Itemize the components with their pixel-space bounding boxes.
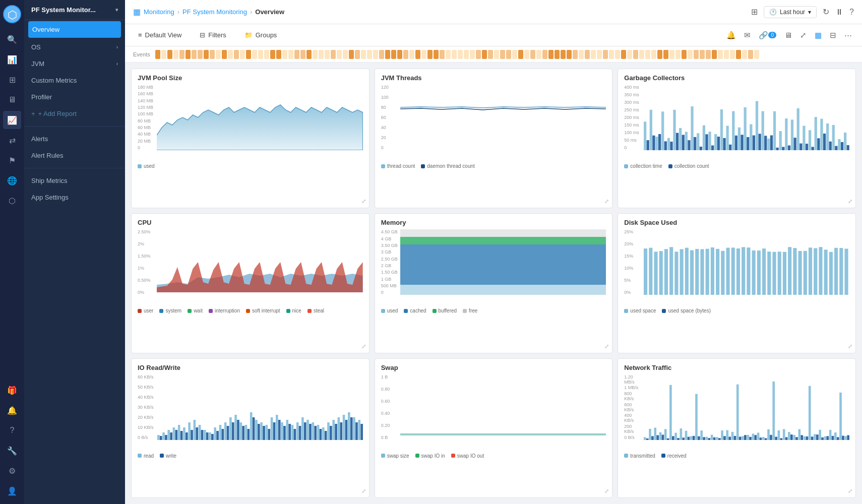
sidebar-item-label: App Settings xyxy=(31,194,69,201)
bell-icon[interactable]: 🔔 xyxy=(3,401,21,419)
sidebar-item-jvm[interactable]: JVM › xyxy=(24,55,125,72)
legend-color xyxy=(463,309,467,313)
sidebar-item-alert-rules[interactable]: Alert Rules xyxy=(24,147,125,164)
user-icon[interactable]: 👤 xyxy=(3,482,21,500)
columns-icon[interactable]: ⊟ xyxy=(828,29,838,42)
svg-rect-263 xyxy=(811,436,814,440)
question-icon[interactable]: ? xyxy=(3,421,21,439)
more-icon[interactable]: ⋯ xyxy=(842,29,854,42)
legend-color xyxy=(404,309,408,313)
search-icon[interactable]: 🔍 xyxy=(3,30,21,48)
default-view-button[interactable]: ≡ Default View xyxy=(133,28,187,42)
expand-icon[interactable]: ⤢ xyxy=(361,198,366,205)
expand-icon[interactable]: ⤢ xyxy=(848,343,852,350)
chart-inner xyxy=(643,229,849,295)
sidebar-item-ship-metrics[interactable]: Ship Metrics xyxy=(24,172,125,189)
expand-icon[interactable]: ⤢ xyxy=(361,488,366,494)
svg-rect-177 xyxy=(314,426,317,440)
legend-color xyxy=(661,454,665,458)
svg-rect-51 xyxy=(788,146,790,150)
filters-button[interactable]: ⊟ Filters xyxy=(195,28,231,42)
activity-icon[interactable]: 📊 xyxy=(3,50,21,69)
app-logo[interactable]: ⬡ xyxy=(3,5,21,23)
help-icon[interactable]: ? xyxy=(849,8,854,17)
legend-soft-interrupt: soft interrupt xyxy=(246,308,280,313)
toolbar-right: 🔔 ✉ 🔗0 🖥 ⤢ ▦ ⊟ ⋯ xyxy=(724,29,854,42)
flag-icon[interactable]: ⚑ xyxy=(3,151,21,169)
svg-rect-272 xyxy=(834,432,837,440)
sidebar-item-alerts[interactable]: Alerts xyxy=(24,131,125,147)
link-icon[interactable]: 🔗0 xyxy=(757,29,778,42)
grid-icon[interactable]: ⊞ xyxy=(751,7,758,17)
svg-rect-217 xyxy=(693,436,695,440)
sidebar-item-custom-metrics[interactable]: Custom Metrics xyxy=(24,72,125,89)
svg-rect-94 xyxy=(736,248,740,295)
svg-rect-78 xyxy=(654,252,658,295)
legend-collection-time: collection time xyxy=(624,163,662,169)
grid-view-icon[interactable]: ▦ xyxy=(813,29,824,42)
gift-icon[interactable]: 🎁 xyxy=(3,381,21,399)
groups-button[interactable]: 📁 Groups xyxy=(239,28,282,42)
mail-icon[interactable]: ✉ xyxy=(742,29,753,42)
flow-icon[interactable]: ⇄ xyxy=(3,131,21,149)
svg-rect-123 xyxy=(175,430,178,440)
time-selector[interactable]: 🕐 Last hour ▾ xyxy=(764,6,817,18)
svg-rect-48 xyxy=(779,131,782,150)
expand-icon[interactable]: ⤢ xyxy=(361,343,366,350)
refresh-icon[interactable]: ↻ xyxy=(823,7,829,17)
svg-rect-235 xyxy=(739,436,742,440)
legend-label: read xyxy=(144,453,154,459)
svg-rect-152 xyxy=(250,412,253,440)
sidebar-item-app-settings[interactable]: App Settings xyxy=(24,189,125,206)
monitor-icon[interactable]: 🖥 xyxy=(3,91,21,109)
sidebar-item-overview[interactable]: Overview xyxy=(28,21,121,38)
add-report-button[interactable]: + + Add Report xyxy=(24,105,125,122)
bell-icon[interactable]: 🔔 xyxy=(724,29,738,42)
svg-rect-210 xyxy=(675,432,678,439)
legend-label: collection time xyxy=(630,163,662,169)
settings-icon[interactable]: ⚙ xyxy=(3,462,21,480)
svg-rect-28 xyxy=(720,109,723,150)
expand-icon[interactable]: ⤢ xyxy=(604,198,609,205)
chart-legend: swap size swap IO in swap IO out xyxy=(381,453,606,459)
svg-rect-240 xyxy=(752,433,755,440)
svg-rect-79 xyxy=(659,251,663,295)
chevron-down-icon[interactable]: ▾ xyxy=(115,7,118,13)
svg-rect-47 xyxy=(776,148,779,150)
svg-rect-234 xyxy=(736,384,739,439)
svg-rect-190 xyxy=(348,412,350,440)
expand-icon[interactable]: ⤢ xyxy=(604,343,609,350)
svg-rect-182 xyxy=(327,422,330,440)
svg-rect-116 xyxy=(157,435,160,440)
expand-icon[interactable]: ⤢ xyxy=(798,29,809,42)
layers-icon[interactable]: ⊞ xyxy=(3,71,21,89)
sidebar-item-label: Overview xyxy=(32,26,59,33)
sidebar-item-label: Alerts xyxy=(31,135,48,143)
legend-label: used space xyxy=(630,308,656,313)
nav-header: PF System Monitor... ▾ xyxy=(24,0,125,20)
expand-icon[interactable]: ⤢ xyxy=(848,198,852,205)
chart-icon[interactable]: 📈 xyxy=(3,111,21,129)
chart-legend: transmitted received xyxy=(624,453,849,459)
sidebar-item-profiler[interactable]: Profiler xyxy=(24,89,125,105)
puzzle-icon[interactable]: ⬡ xyxy=(3,192,21,210)
legend-swap-io-out: swap IO out xyxy=(451,453,484,459)
tools-icon[interactable]: 🔧 xyxy=(3,442,21,460)
breadcrumb-monitoring[interactable]: Monitoring xyxy=(144,8,174,16)
svg-rect-131 xyxy=(196,427,198,440)
chart-io-read-write: IO Read/Write 60 KB/s50 KB/s40 KB/s30 KB… xyxy=(131,358,370,498)
svg-rect-114 xyxy=(840,248,843,295)
svg-rect-224 xyxy=(711,434,713,439)
breadcrumb-pf-system[interactable]: PF System Monitoring xyxy=(182,8,247,16)
svg-rect-39 xyxy=(753,136,755,150)
chart-title: CPU xyxy=(138,219,363,226)
expand-icon[interactable]: ⤢ xyxy=(604,488,609,494)
globe-icon[interactable]: 🌐 xyxy=(3,171,21,190)
expand-icon[interactable]: ⤢ xyxy=(848,488,852,494)
sidebar-item-os[interactable]: OS › xyxy=(24,39,125,55)
svg-rect-110 xyxy=(819,247,823,295)
monitor-icon[interactable]: 🖥 xyxy=(782,29,794,41)
svg-rect-57 xyxy=(806,144,808,150)
pause-icon[interactable]: ⏸ xyxy=(835,8,843,17)
legend-color xyxy=(286,309,290,313)
